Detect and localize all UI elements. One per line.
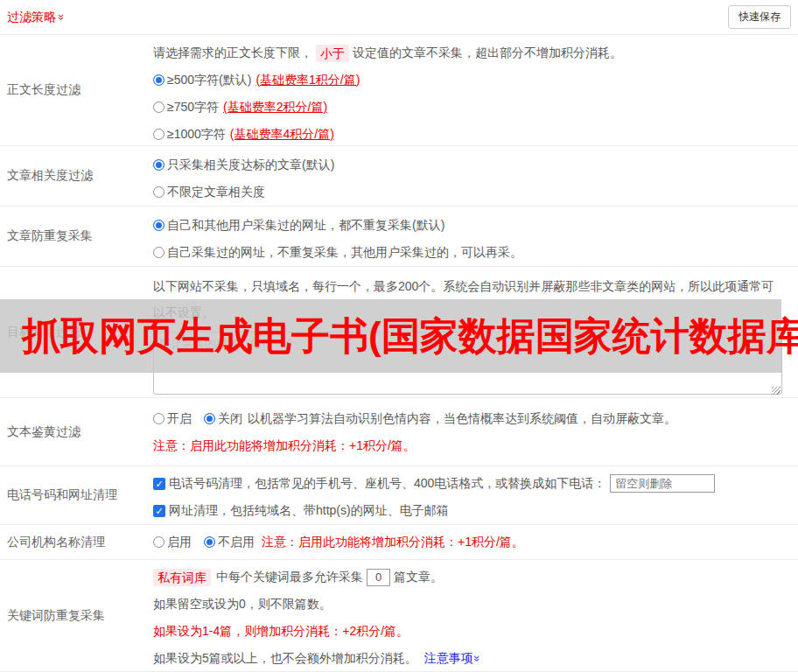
radio-option-relevance-any: 不限定文章相关度 xyxy=(153,178,793,206)
url-cleanup-checkbox-checked[interactable]: ✓ xyxy=(153,505,165,517)
radio-dedup-self[interactable] xyxy=(153,247,164,258)
page-title-text: 过滤策略 xyxy=(7,10,56,25)
url-cleanup-text: 网址清理，包括纯域名、带http(s)的网址、电子邮箱 xyxy=(169,503,449,519)
row-label: 文章防重复采集 xyxy=(0,206,153,266)
radio-500-selected[interactable] xyxy=(153,74,164,86)
blocked-domains-textarea[interactable] xyxy=(153,332,782,395)
fee-note: (基础费率2积分/篇) xyxy=(223,100,327,116)
row-label: 正文长度过滤 xyxy=(0,35,153,145)
radio-company-disable-selected[interactable] xyxy=(204,536,215,548)
radio-option-1000: ≥1000字符 (基础费率4积分/篇) xyxy=(153,121,793,148)
toolbar: 过滤策略 » 快速保存 xyxy=(0,0,798,35)
page-title: 过滤策略 » xyxy=(7,10,65,25)
row-body-length-filter: 正文长度过滤 请选择需求的正文长度下限， 小于 设定值的文章不采集，超出部分不增… xyxy=(0,35,798,146)
row-label: 文章相关度过滤 xyxy=(0,146,153,206)
row-relevance-filter: 文章相关度过滤 只采集相关度达标的文章(默认) 不限定文章相关度 xyxy=(0,146,798,206)
radio-option-dedup-all: 自己和其他用户采集过的网址，都不重复采集(默认) xyxy=(153,212,793,239)
radio-1000[interactable] xyxy=(153,129,164,140)
radio-relevance-any[interactable] xyxy=(153,186,164,198)
chevron-double-down-icon: » xyxy=(56,14,67,20)
radio-dedup-all-selected[interactable] xyxy=(153,220,164,231)
row-label: 电话号码和网址清理 xyxy=(0,466,153,524)
fee-note: (基础费率4积分/篇) xyxy=(230,127,334,143)
less-than-tag: 小于 xyxy=(316,45,349,62)
radio-option-dedup-self: 自己采集过的网址，不重复采集，其他用户采集过的，可以再采。 xyxy=(153,239,793,266)
radio-option-750: ≥750字符 (基础费率2积分/篇) xyxy=(153,94,793,121)
row-keyword-dedup: 关键词防重复采集 私有词库 中每个关键词最多允许采集 篇文章。 如果留空或设为0… xyxy=(0,560,798,672)
row-label: 关键词防重复采集 xyxy=(0,560,153,671)
private-thesaurus-tag: 私有词库 xyxy=(153,569,211,586)
row-phone-url-cleanup: 电话号码和网址清理 ✓ 电话号码清理，包括常见的手机号、座机号、400电话格式，… xyxy=(0,466,798,525)
row-porn-filter: 文本鉴黄过滤 开启 关闭 以机器学习算法自动识别色情内容，当色情概率达到系统阈值… xyxy=(0,398,798,466)
radio-option-relevance-strict: 只采集相关度达标的文章(默认) xyxy=(153,151,793,178)
porn-filter-warning: 注意：启用此功能将增加积分消耗：+1积分/篇。 xyxy=(153,432,793,459)
row-label: 文本鉴黄过滤 xyxy=(0,398,153,466)
target-site-desc-line1: 以下网站不采集，只填域名，每行一个，最多200个。系统会自动识别并屏蔽那些非文章… xyxy=(153,274,793,300)
row-dedup-collection: 文章防重复采集 自己和其他用户采集过的网址，都不重复采集(默认) 自己采集过的网… xyxy=(0,206,798,267)
target-site-desc-line2: 以不设置。 xyxy=(153,300,793,326)
fee-note: (基础费率1积分/篇) xyxy=(256,73,360,88)
radio-option-500: ≥500字符(默认) (基础费率1积分/篇) xyxy=(153,66,793,94)
phone-cleanup-text: 电话号码清理，包括常见的手机号、座机号、400电话格式，或替换成如下电话： xyxy=(169,476,606,492)
radio-company-enable[interactable] xyxy=(153,536,164,548)
quick-save-button[interactable]: 快速保存 xyxy=(728,5,791,29)
row-company-name-cleanup: 公司机构名称清理 启用 不启用 注意：启用此功能将增加积分消耗：+1积分/篇。 xyxy=(0,525,798,560)
company-cleanup-warning: 注意：启用此功能将增加积分消耗：+1积分/篇。 xyxy=(262,535,524,550)
row-label: 公司机构名称清理 xyxy=(0,525,153,559)
row-target-site-filter: 目标网站过滤 以下网站不采集，只填域名，每行一个，最多200个。系统会自动识别并… xyxy=(0,267,798,398)
radio-750[interactable] xyxy=(153,102,164,113)
replacement-phone-input[interactable] xyxy=(610,474,715,493)
max-articles-count-input[interactable] xyxy=(367,569,390,586)
chevron-double-down-icon: » xyxy=(472,655,483,662)
radio-porn-off-selected[interactable] xyxy=(204,413,215,424)
phone-cleanup-checkbox-checked[interactable]: ✓ xyxy=(153,478,165,490)
keyword-dedup-line3: 如果设为1-4篇，则增加积分消耗：+2积分/篇。 xyxy=(153,618,793,645)
radio-porn-on[interactable] xyxy=(153,413,164,424)
row-label: 目标网站过滤 xyxy=(0,267,153,397)
notes-link[interactable]: 注意事项 » xyxy=(424,651,480,667)
radio-relevance-strict-selected[interactable] xyxy=(153,159,164,171)
keyword-dedup-line4: 如果设为5篇或以上，也不会额外增加积分消耗。 xyxy=(153,651,417,667)
body-length-intro: 请选择需求的正文长度下限， 小于 设定值的文章不采集，超出部分不增加积分消耗。 xyxy=(153,39,793,66)
keyword-dedup-line2: 如果留空或设为0，则不限篇数。 xyxy=(153,591,793,618)
porn-filter-desc: 以机器学习算法自动识别色情内容，当色情概率达到系统阈值，自动屏蔽文章。 xyxy=(248,411,676,427)
